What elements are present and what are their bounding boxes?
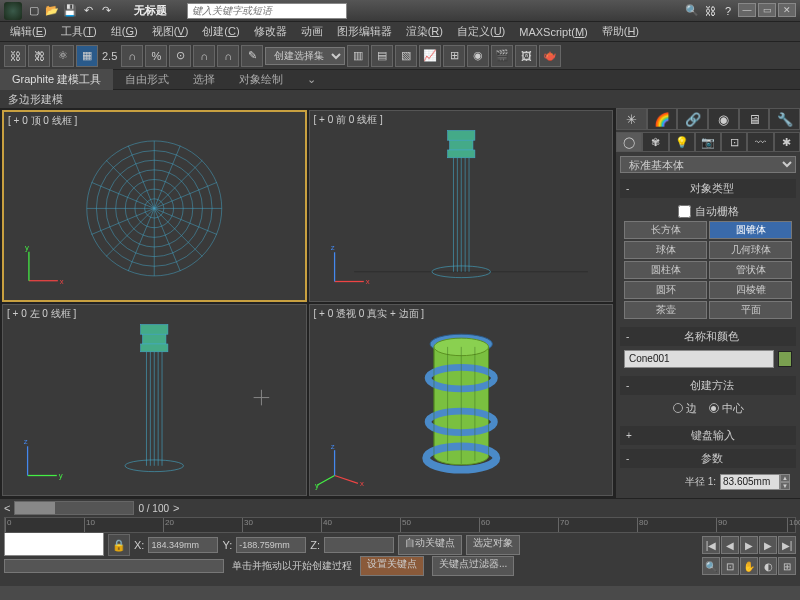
- new-icon[interactable]: ▢: [26, 3, 42, 19]
- autokey-button[interactable]: 自动关键点: [398, 535, 462, 555]
- obj-plane[interactable]: 平面: [709, 301, 792, 319]
- radio-center[interactable]: [709, 403, 719, 413]
- display-tab-icon[interactable]: 🖥: [739, 108, 770, 130]
- radius1-up[interactable]: ▲: [780, 474, 790, 482]
- timeline-next-icon[interactable]: >: [173, 502, 179, 514]
- time-slider[interactable]: [14, 501, 134, 515]
- create-tab-icon[interactable]: ✳: [616, 108, 647, 130]
- select-tool[interactable]: ▦: [76, 45, 98, 67]
- close-button[interactable]: ✕: [778, 3, 796, 17]
- snap-percent-icon[interactable]: %: [145, 45, 167, 67]
- selected-button[interactable]: 选定对象: [466, 535, 520, 555]
- menu-create[interactable]: 创建(C): [196, 22, 245, 41]
- obj-pyramid[interactable]: 四棱锥: [709, 281, 792, 299]
- viewport-perspective[interactable]: [ + 0 透视 0 真实 + 边面 ]: [309, 304, 614, 496]
- radius1-down[interactable]: ▼: [780, 482, 790, 490]
- snap-toggle-icon[interactable]: ⊙: [169, 45, 191, 67]
- snap-angle-icon[interactable]: ∩: [121, 45, 143, 67]
- rollout-name-color[interactable]: -名称和颜色: [620, 327, 796, 346]
- utilities-tab-icon[interactable]: 🔧: [769, 108, 800, 130]
- align-icon[interactable]: ▤: [371, 45, 393, 67]
- menu-tools[interactable]: 工具(T): [55, 22, 103, 41]
- x-input[interactable]: [148, 537, 218, 553]
- binoculars-icon[interactable]: 🔍: [684, 3, 700, 19]
- select-link-icon[interactable]: ⛓: [4, 45, 26, 67]
- prompt-input[interactable]: [4, 559, 224, 573]
- material-icon[interactable]: ◉: [467, 45, 489, 67]
- minimize-button[interactable]: —: [738, 3, 756, 17]
- play-next-icon[interactable]: ▶: [759, 536, 777, 554]
- autogrid-checkbox[interactable]: [678, 205, 691, 218]
- selection-set-dropdown[interactable]: 创建选择集: [265, 47, 345, 65]
- app-icon[interactable]: [4, 2, 22, 20]
- obj-sphere[interactable]: 球体: [624, 241, 707, 259]
- obj-tube[interactable]: 管状体: [709, 261, 792, 279]
- ribbon-tab-paint[interactable]: 对象绘制: [227, 69, 295, 90]
- ribbon-expand-icon[interactable]: ⌄: [295, 70, 328, 89]
- lock-icon[interactable]: 🔒: [108, 534, 130, 556]
- menu-render[interactable]: 渲染(R): [400, 22, 449, 41]
- menu-customize[interactable]: 自定义(U): [451, 22, 511, 41]
- obj-teapot[interactable]: 茶壶: [624, 301, 707, 319]
- bind-icon[interactable]: ⚛: [52, 45, 74, 67]
- render-frame-icon[interactable]: 🖼: [515, 45, 537, 67]
- motion-tab-icon[interactable]: ◉: [708, 108, 739, 130]
- render-setup-icon[interactable]: 🎬: [491, 45, 513, 67]
- rollout-keyboard[interactable]: +键盘输入: [620, 426, 796, 445]
- setkey-button[interactable]: 设置关键点: [360, 556, 424, 576]
- geometry-subtab-icon[interactable]: ◯: [616, 132, 642, 152]
- viewport-front[interactable]: [ + 0 前 0 线框 ] xz: [309, 110, 614, 302]
- spacewarps-subtab-icon[interactable]: 〰: [747, 132, 773, 152]
- z-input[interactable]: [324, 537, 394, 553]
- menu-animation[interactable]: 动画: [295, 22, 329, 41]
- menu-view[interactable]: 视图(V): [146, 22, 195, 41]
- category-dropdown[interactable]: 标准基本体: [620, 156, 796, 173]
- menu-modifiers[interactable]: 修改器: [248, 22, 293, 41]
- lights-subtab-icon[interactable]: 💡: [669, 132, 695, 152]
- orbit-icon[interactable]: ◐: [759, 557, 777, 575]
- viewport-top[interactable]: [ + 0 顶 0 线框 ] xy: [2, 110, 307, 302]
- maxview-icon[interactable]: ⊞: [778, 557, 796, 575]
- snap-2-icon[interactable]: ∩: [193, 45, 215, 67]
- redo-icon[interactable]: ↷: [98, 3, 114, 19]
- mirror-icon[interactable]: ▥: [347, 45, 369, 67]
- hierarchy-tab-icon[interactable]: 🔗: [677, 108, 708, 130]
- time-ruler[interactable]: 01020 304050 607080 90100: [4, 517, 796, 533]
- save-icon[interactable]: 💾: [62, 3, 78, 19]
- help-icon[interactable]: ?: [720, 3, 736, 19]
- obj-torus[interactable]: 圆环: [624, 281, 707, 299]
- ribbon-tab-select[interactable]: 选择: [181, 69, 227, 90]
- menu-grapheditor[interactable]: 图形编辑器: [331, 22, 398, 41]
- ribbon-tab-freeform[interactable]: 自由形式: [113, 69, 181, 90]
- obj-cone[interactable]: 圆锥体: [709, 221, 792, 239]
- rollout-creation[interactable]: -创建方法: [620, 376, 796, 395]
- ribbon-tab-graphite[interactable]: Graphite 建模工具: [0, 69, 113, 90]
- radio-edge[interactable]: [673, 403, 683, 413]
- obj-geosphere[interactable]: 几何球体: [709, 241, 792, 259]
- edit-named-icon[interactable]: ✎: [241, 45, 263, 67]
- rollout-object-type[interactable]: -对象类型: [620, 179, 796, 198]
- play-icon[interactable]: ▶: [740, 536, 758, 554]
- layer-icon[interactable]: ▧: [395, 45, 417, 67]
- obj-box[interactable]: 长方体: [624, 221, 707, 239]
- ribbon-subheader[interactable]: 多边形建模: [0, 90, 800, 108]
- play-prev-icon[interactable]: ◀: [721, 536, 739, 554]
- rollout-params[interactable]: -参数: [620, 449, 796, 468]
- modify-tab-icon[interactable]: 🌈: [647, 108, 678, 130]
- schematic-icon[interactable]: ⊞: [443, 45, 465, 67]
- systems-subtab-icon[interactable]: ✱: [774, 132, 800, 152]
- zoom-all-icon[interactable]: ⊡: [721, 557, 739, 575]
- curve-editor-icon[interactable]: 📈: [419, 45, 441, 67]
- maximize-button[interactable]: ▭: [758, 3, 776, 17]
- timeline-prev-icon[interactable]: <: [4, 502, 10, 514]
- object-color-swatch[interactable]: [778, 351, 792, 367]
- open-icon[interactable]: 📂: [44, 3, 60, 19]
- menu-edit[interactable]: 编辑(E): [4, 22, 53, 41]
- menu-help[interactable]: 帮助(H): [596, 22, 645, 41]
- zoom-icon[interactable]: 🔍: [702, 557, 720, 575]
- viewport-left[interactable]: [ + 0 左 0 线框 ] yz: [2, 304, 307, 496]
- object-name-input[interactable]: [624, 350, 774, 368]
- link-icon[interactable]: ⛓: [702, 3, 718, 19]
- undo-icon[interactable]: ↶: [80, 3, 96, 19]
- render-icon[interactable]: 🫖: [539, 45, 561, 67]
